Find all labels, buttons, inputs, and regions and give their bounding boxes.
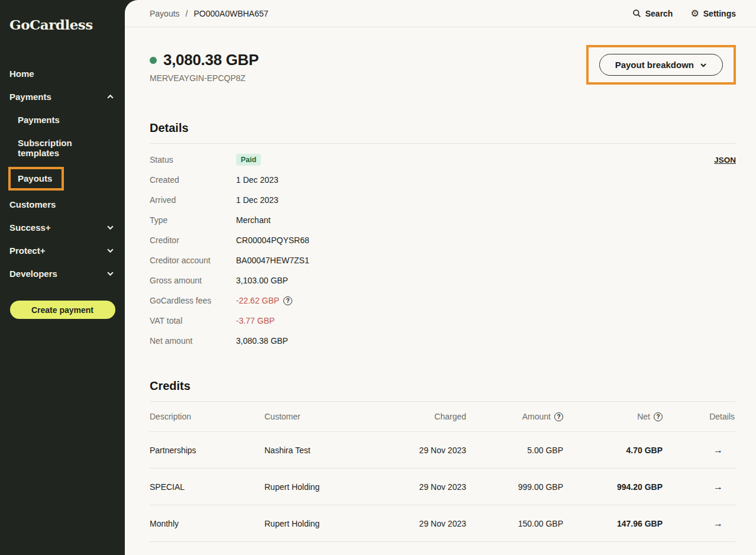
credit-amount: 999.00 GBP [518, 482, 563, 492]
sidebar-item-label: Payments [18, 115, 60, 125]
detail-row-gocardless-fees: GoCardless fees -22.62 GBP ? [150, 291, 736, 311]
gocardless-logo: GoCardless [0, 17, 125, 33]
sidebar-item-label: Payments [9, 92, 51, 102]
credits-title: Credits [150, 379, 736, 393]
col-header-details: Details [709, 412, 736, 421]
credit-amount: 5.00 GBP [527, 446, 563, 455]
detail-value: 3,103.00 GBP [236, 276, 288, 285]
create-payment-button[interactable]: Create payment [10, 301, 115, 319]
credit-charged: 29 Nov 2023 [419, 482, 466, 492]
detail-value: 1 Dec 2023 [236, 175, 279, 185]
credit-customer: Rupert Holding [264, 519, 412, 528]
sidebar-item-payments[interactable]: Payments [0, 85, 125, 108]
sidebar-item-label: Success+ [9, 222, 51, 233]
col-header-amount: Amount ? [522, 412, 563, 421]
sidebar: GoCardless Home Payments Payments Subscr… [0, 0, 125, 555]
credit-amount: 150.00 GBP [518, 519, 563, 528]
chevron-down-icon [106, 270, 114, 278]
credits-table-header: Description Customer Charged Amount ? Ne… [150, 402, 736, 432]
detail-row-vat-total: VAT total -3.77 GBP [150, 311, 736, 331]
credit-charged: 29 Nov 2023 [419, 446, 466, 455]
details-rows: Status Paid JSON Created 1 Dec 2023 Arri… [150, 150, 736, 351]
detail-value: 3,080.38 GBP [236, 336, 288, 346]
breadcrumb-separator: / [186, 9, 188, 18]
chevron-down-icon [106, 247, 114, 254]
topbar: Payouts / PO000A0WBHA657 Search ⚙ Settin… [125, 0, 756, 27]
detail-value: BA00047HEW7ZS1 [236, 256, 309, 265]
sidebar-item-subscription-templates[interactable]: Subscription templates [0, 131, 125, 164]
credit-net: 147.96 GBP [617, 519, 663, 528]
credit-charged: 29 Nov 2023 [419, 519, 466, 528]
sidebar-item-payouts[interactable]: Payouts [18, 173, 52, 183]
detail-row-creditor: Creditor CR00004PQYSR68 [150, 230, 736, 250]
credit-row[interactable]: SPECIAL Rupert Holding 29 Nov 2023 999.0… [150, 469, 736, 505]
main-panel: Payouts / PO000A0WBHA657 Search ⚙ Settin… [125, 0, 756, 555]
detail-label: Gross amount [150, 276, 236, 285]
credit-row[interactable]: Partnerships Nashira Test 29 Nov 2023 5.… [150, 432, 736, 469]
sidebar-nav: Home Payments Payments Subscription temp… [0, 62, 125, 285]
detail-row-gross-amount: Gross amount 3,103.00 GBP [150, 270, 736, 291]
search-label: Search [645, 9, 673, 18]
divider [150, 143, 736, 144]
sidebar-item-success-plus[interactable]: Success+ [0, 216, 125, 239]
sidebar-item-label: Developers [9, 269, 57, 279]
detail-label: VAT total [150, 316, 236, 325]
breadcrumb-current-payout-id: PO000A0WBHA657 [193, 9, 268, 18]
detail-value: 1 Dec 2023 [236, 195, 279, 205]
topbar-actions: Search ⚙ Settings [632, 9, 736, 18]
detail-value: -22.62 GBP [236, 296, 279, 305]
chevron-down-icon [700, 62, 707, 69]
help-icon[interactable]: ? [554, 412, 563, 421]
credit-description: SPECIAL [150, 482, 264, 492]
settings-button[interactable]: ⚙ Settings [690, 9, 736, 18]
col-header-description: Description [150, 412, 264, 421]
status-dot-icon [150, 57, 157, 64]
sidebar-item-customers[interactable]: Customers [0, 193, 125, 216]
sidebar-item-payments-sub[interactable]: Payments [0, 108, 125, 131]
sidebar-item-protect-plus[interactable]: Protect+ [0, 239, 125, 262]
sidebar-item-label: Protect+ [9, 246, 45, 256]
json-link[interactable]: JSON [714, 156, 736, 164]
detail-label: Created [150, 175, 236, 185]
row-arrow-icon[interactable]: → [713, 445, 736, 456]
credit-net: 994.20 GBP [617, 482, 663, 492]
detail-label: Arrived [150, 195, 236, 205]
payout-amount-block: 3,080.38 GBP MERVEAYGIN-EPCQP8Z [150, 45, 259, 83]
help-icon[interactable]: ? [283, 296, 292, 305]
col-header-customer: Customer [264, 412, 412, 421]
sidebar-item-home[interactable]: Home [0, 62, 125, 85]
payout-breakdown-button[interactable]: Payout breakdown [599, 54, 723, 76]
row-arrow-icon[interactable]: → [713, 482, 736, 492]
breadcrumb: Payouts / PO000A0WBHA657 [150, 9, 269, 18]
detail-label: Net amount [150, 336, 236, 346]
detail-label: Creditor account [150, 256, 236, 265]
detail-row-status: Status Paid JSON [150, 150, 736, 170]
detail-value: Merchant [236, 215, 270, 225]
credit-row[interactable]: Monthly Rupert Holding 29 Nov 2023 150.0… [150, 505, 736, 542]
settings-label: Settings [703, 9, 736, 18]
detail-row-net-amount: Net amount 3,080.38 GBP [150, 331, 736, 351]
payout-reference: MERVEAYGIN-EPCQP8Z [150, 73, 259, 83]
search-button[interactable]: Search [632, 9, 673, 18]
sidebar-item-label: Customers [9, 199, 56, 209]
help-icon[interactable]: ? [654, 412, 663, 421]
row-arrow-icon[interactable]: → [713, 518, 736, 529]
status-badge: Paid [236, 154, 261, 166]
details-title: Details [150, 121, 736, 135]
detail-value: -3.77 GBP [236, 316, 274, 325]
highlight-box-payouts: Payouts [8, 167, 64, 191]
breadcrumb-payouts-link[interactable]: Payouts [150, 9, 180, 18]
payout-breakdown-label: Payout breakdown [615, 60, 694, 70]
detail-row-creditor-account: Creditor account BA00047HEW7ZS1 [150, 250, 736, 270]
payout-amount: 3,080.38 GBP [163, 51, 259, 69]
chevron-up-icon [106, 93, 114, 101]
detail-row-arrived: Arrived 1 Dec 2023 [150, 190, 736, 210]
details-section: Details Status Paid JSON Created 1 Dec 2… [150, 121, 736, 351]
detail-label: GoCardless fees [150, 296, 236, 305]
detail-label: Status [150, 155, 236, 164]
payout-header: 3,080.38 GBP MERVEAYGIN-EPCQP8Z Payout b… [150, 45, 736, 85]
detail-value: CR00004PQYSR68 [236, 235, 309, 245]
sidebar-item-developers[interactable]: Developers [0, 262, 125, 285]
detail-label: Creditor [150, 235, 236, 245]
credit-customer: Rupert Holding [264, 482, 412, 492]
